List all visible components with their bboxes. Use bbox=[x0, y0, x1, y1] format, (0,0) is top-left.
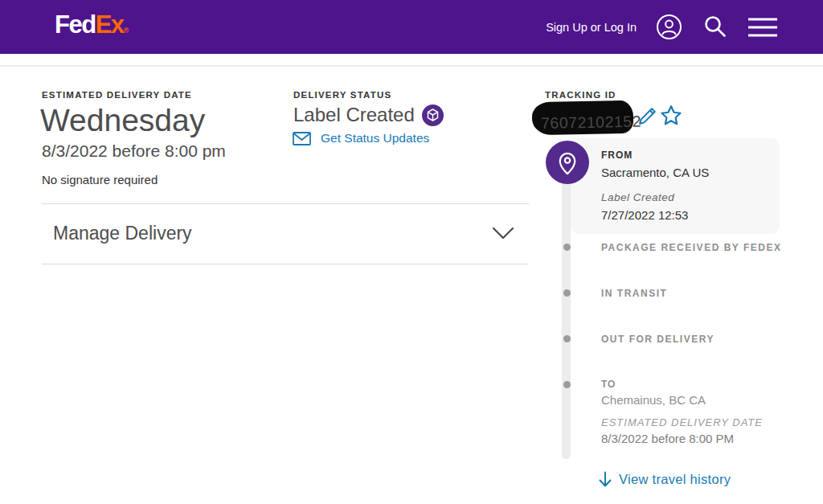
star-icon[interactable] bbox=[659, 104, 683, 131]
timeline-dot-in-transit bbox=[563, 289, 571, 297]
logo-fed: Fed bbox=[55, 10, 96, 39]
header-divider bbox=[0, 54, 823, 67]
timeline-from-card: FROM Sacramento, CA US Label Created 7/2… bbox=[571, 138, 780, 234]
estimated-delivery-date-label: ESTIMATED DELIVERY DATE bbox=[42, 90, 192, 100]
top-navbar: FedEx® Sign Up or Log In bbox=[0, 0, 823, 54]
from-datetime: 7/27/2022 12:53 bbox=[601, 208, 767, 222]
milestone-out-for-delivery: OUT FOR DELIVERY bbox=[601, 334, 714, 345]
delivery-status-row: Label Created bbox=[293, 104, 444, 126]
logo-registered-mark: ® bbox=[124, 27, 129, 35]
milestone-package-received: PACKAGE RECEIVED BY FEDEX bbox=[601, 242, 781, 253]
arrow-down-icon bbox=[598, 471, 612, 488]
get-status-updates-link[interactable]: Get Status Updates bbox=[293, 131, 429, 145]
manage-delivery-label: Manage Delivery bbox=[53, 223, 192, 244]
fedex-logo[interactable]: FedEx® bbox=[55, 10, 129, 39]
manage-delivery-accordion[interactable]: Manage Delivery bbox=[42, 204, 529, 264]
milestone-in-transit: IN TRANSIT bbox=[601, 288, 667, 299]
tracking-id-label: TRACKING ID bbox=[545, 90, 616, 100]
search-icon[interactable] bbox=[702, 14, 728, 40]
divider-below-manage bbox=[42, 264, 529, 264]
delivery-status-value: Label Created bbox=[293, 104, 415, 126]
header-actions: Sign Up or Log In bbox=[546, 0, 778, 54]
delivery-day: Wednesday bbox=[40, 103, 205, 138]
timeline-track bbox=[562, 161, 571, 459]
delivery-date: 8/3/2022 before 8:00 pm bbox=[42, 141, 226, 161]
redacted-tracking-number: 76072102152 bbox=[532, 100, 634, 136]
signature-note: No signature required bbox=[42, 173, 158, 186]
pencil-icon[interactable] bbox=[637, 104, 659, 130]
timeline-dot-received bbox=[563, 244, 571, 251]
from-location: Sacramento, CA US bbox=[601, 166, 767, 179]
logo-ex: Ex bbox=[96, 10, 124, 39]
to-estimated-date: 8/3/2022 before 8:00 PM bbox=[601, 432, 734, 445]
to-location: Chemainus, BC CA bbox=[601, 393, 706, 407]
to-estimated-label: ESTIMATED DELIVERY DATE bbox=[601, 416, 763, 428]
person-icon[interactable] bbox=[656, 14, 682, 40]
chevron-down-icon bbox=[492, 227, 514, 244]
get-status-updates-label: Get Status Updates bbox=[321, 131, 429, 145]
view-travel-history-label: View travel history bbox=[619, 472, 731, 487]
to-label: TO bbox=[601, 379, 616, 390]
location-pin-icon bbox=[546, 141, 589, 184]
package-box-icon bbox=[422, 104, 444, 126]
from-status: Label Created bbox=[601, 191, 767, 203]
view-travel-history-link[interactable]: View travel history bbox=[598, 471, 731, 488]
sign-up-log-in-link[interactable]: Sign Up or Log In bbox=[546, 21, 637, 34]
from-label: FROM bbox=[601, 150, 767, 161]
timeline-dot-out-for-delivery bbox=[563, 335, 571, 342]
envelope-icon bbox=[293, 132, 311, 145]
menu-icon[interactable] bbox=[747, 16, 778, 39]
tracking-number: 76072102152 bbox=[541, 112, 641, 133]
delivery-status-label: DELIVERY STATUS bbox=[293, 90, 391, 100]
timeline-dot-to bbox=[563, 381, 571, 388]
fedex-tracking-page: FedEx® Sign Up or Log In bbox=[0, 0, 823, 504]
